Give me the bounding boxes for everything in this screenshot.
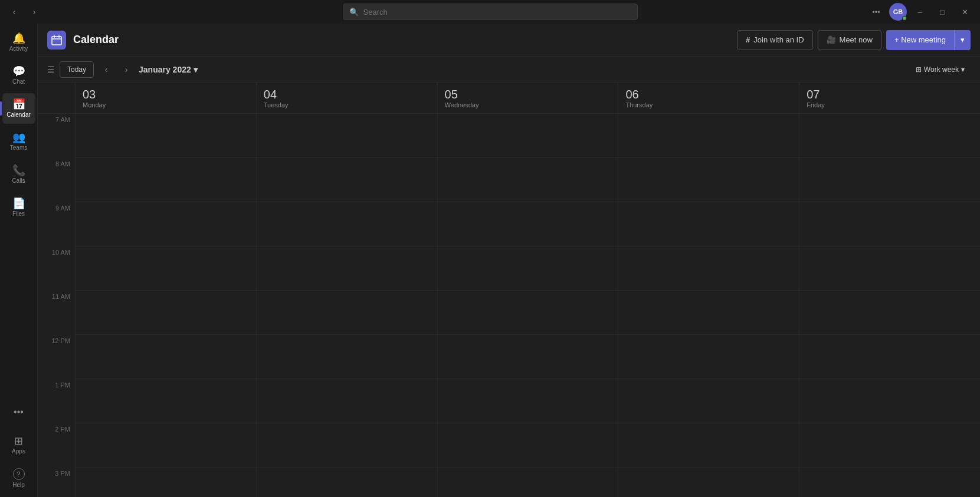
time-label-9am: 9 AM <box>55 205 70 212</box>
cell-wed-8am[interactable] <box>438 158 618 202</box>
cell-tue-7am[interactable] <box>257 114 437 158</box>
cell-thu-12pm[interactable] <box>618 335 799 379</box>
cell-thu-9am[interactable] <box>618 202 799 246</box>
cell-tue-2pm[interactable] <box>257 423 437 468</box>
cell-fri-12pm[interactable] <box>799 335 980 379</box>
calendar-body[interactable]: 7 AM 8 AM 9 AM 10 AM 11 AM 12 PM 1 PM 2 … <box>38 114 980 497</box>
cell-fri-3pm[interactable] <box>799 468 980 497</box>
cell-fri-1pm[interactable] <box>799 379 980 423</box>
cell-wed-9am[interactable] <box>438 202 618 246</box>
sidebar-item-activity[interactable]: 🔔 Activity <box>2 27 35 58</box>
time-slot-3pm: 3 PM <box>38 468 75 497</box>
forward-button[interactable]: › <box>26 4 42 20</box>
cell-thu-1pm[interactable] <box>618 379 799 423</box>
calendar-header: Calendar # Join with an ID 🎥 Meet now + … <box>38 24 980 57</box>
calendar-view-icon: ☰ <box>47 65 55 74</box>
today-button[interactable]: Today <box>60 61 94 78</box>
cell-thu-3pm[interactable] <box>618 468 799 497</box>
cell-wed-1pm[interactable] <box>438 379 618 423</box>
cell-tue-10am[interactable] <box>257 246 437 291</box>
prev-week-button[interactable]: ‹ <box>99 62 114 77</box>
cell-fri-11am[interactable] <box>799 291 980 335</box>
chevron-down-icon: ▾ <box>961 35 965 44</box>
cell-thu-2pm[interactable] <box>618 423 799 468</box>
cell-mon-10am[interactable] <box>76 246 256 291</box>
cell-mon-9am[interactable] <box>76 202 256 246</box>
sidebar-item-chat[interactable]: 💬 Chat <box>2 60 35 91</box>
time-slot-1pm: 1 PM <box>38 379 75 423</box>
app-body: 🔔 Activity 💬 Chat 📅 Calendar 👥 Teams 📞 C… <box>0 24 980 497</box>
close-button[interactable]: ✕ <box>955 4 974 20</box>
cell-mon-7am[interactable] <box>76 114 256 158</box>
cell-tue-8am[interactable] <box>257 158 437 202</box>
more-options-button[interactable]: ••• <box>867 4 886 20</box>
sidebar-item-calendar[interactable]: 📅 Calendar <box>2 93 35 124</box>
sidebar-label-chat: Chat <box>12 79 25 85</box>
cell-mon-12pm[interactable] <box>76 335 256 379</box>
cell-wed-3pm[interactable] <box>438 468 618 497</box>
new-meeting-button[interactable]: + New meeting <box>886 30 954 50</box>
join-with-id-button[interactable]: # Join with an ID <box>737 30 813 50</box>
cell-fri-10am[interactable] <box>799 246 980 291</box>
cell-wed-11am[interactable] <box>438 291 618 335</box>
sidebar-item-calls[interactable]: 📞 Calls <box>2 159 35 190</box>
cell-thu-7am[interactable] <box>618 114 799 158</box>
cell-wed-12pm[interactable] <box>438 335 618 379</box>
sidebar-label-teams: Teams <box>10 145 27 151</box>
cell-wed-2pm[interactable] <box>438 423 618 468</box>
cell-tue-9am[interactable] <box>257 202 437 246</box>
join-id-label: Join with an ID <box>753 35 804 44</box>
days-grid <box>76 114 980 497</box>
cell-wed-7am[interactable] <box>438 114 618 158</box>
cell-fri-8am[interactable] <box>799 158 980 202</box>
cell-thu-11am[interactable] <box>618 291 799 335</box>
calendar-nav-icon: 📅 <box>12 99 25 110</box>
day-name-tuesday: Tuesday <box>264 101 430 108</box>
avatar-status <box>902 16 907 21</box>
work-week-view-button[interactable]: ⊞ Work week ▾ <box>910 61 971 78</box>
day-header-tuesday: 04 Tuesday <box>257 83 438 113</box>
sidebar-item-teams[interactable]: 👥 Teams <box>2 126 35 157</box>
sidebar-label-calls: Calls <box>12 178 25 184</box>
day-column-tuesday[interactable] <box>257 114 438 497</box>
maximize-button[interactable]: □ <box>933 4 952 20</box>
minimize-button[interactable]: – <box>910 4 929 20</box>
day-column-wednesday[interactable] <box>438 114 619 497</box>
toolbar-right: ⊞ Work week ▾ <box>910 61 971 78</box>
cell-mon-3pm[interactable] <box>76 468 256 497</box>
new-meeting-dropdown-button[interactable]: ▾ <box>954 30 971 50</box>
cell-thu-10am[interactable] <box>618 246 799 291</box>
current-month-label[interactable]: January 2022 ▾ <box>139 65 198 74</box>
avatar[interactable]: GB <box>889 3 907 21</box>
cell-fri-7am[interactable] <box>799 114 980 158</box>
header-actions: # Join with an ID 🎥 Meet now + New meeti… <box>737 30 971 50</box>
cell-mon-2pm[interactable] <box>76 423 256 468</box>
cell-fri-9am[interactable] <box>799 202 980 246</box>
cell-wed-10am[interactable] <box>438 246 618 291</box>
cell-tue-11am[interactable] <box>257 291 437 335</box>
sidebar-label-files: Files <box>12 211 25 217</box>
hash-icon: # <box>746 35 750 44</box>
cell-fri-2pm[interactable] <box>799 423 980 468</box>
cell-mon-8am[interactable] <box>76 158 256 202</box>
cell-tue-1pm[interactable] <box>257 379 437 423</box>
cell-thu-8am[interactable] <box>618 158 799 202</box>
day-column-monday[interactable] <box>76 114 257 497</box>
sidebar-item-files[interactable]: 📄 Files <box>2 192 35 223</box>
sidebar-item-help[interactable]: ? Help <box>2 463 35 493</box>
sidebar-item-more[interactable]: ••• <box>2 397 35 427</box>
cell-mon-11am[interactable] <box>76 291 256 335</box>
cell-tue-3pm[interactable] <box>257 468 437 497</box>
cell-tue-12pm[interactable] <box>257 335 437 379</box>
day-column-friday[interactable] <box>799 114 980 497</box>
sidebar-item-apps[interactable]: ⊞ Apps <box>2 430 35 460</box>
meet-now-button[interactable]: 🎥 Meet now <box>818 30 881 50</box>
cell-mon-1pm[interactable] <box>76 379 256 423</box>
day-header-monday: 03 Monday <box>76 83 257 113</box>
next-week-button[interactable]: › <box>119 62 134 77</box>
back-button[interactable]: ‹ <box>6 4 22 20</box>
day-number-wednesday: 05 <box>445 87 611 101</box>
search-input[interactable] <box>363 8 631 17</box>
day-column-thursday[interactable] <box>618 114 799 497</box>
search-bar[interactable]: 🔍 <box>343 4 638 20</box>
